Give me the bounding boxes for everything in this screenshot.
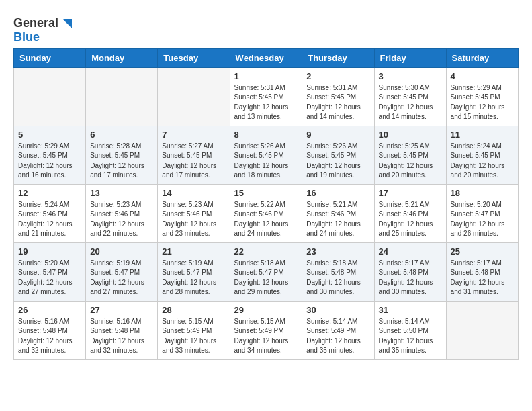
day-info: Sunrise: 5:26 AM Sunset: 5:45 PM Dayligh…: [234, 142, 298, 181]
day-info: Sunrise: 5:25 AM Sunset: 5:45 PM Dayligh…: [379, 142, 442, 181]
day-info: Sunrise: 5:18 AM Sunset: 5:47 PM Dayligh…: [234, 259, 298, 298]
day-info: Sunrise: 5:22 AM Sunset: 5:46 PM Dayligh…: [234, 200, 298, 239]
calendar-week-row: 5Sunrise: 5:29 AM Sunset: 5:45 PM Daylig…: [14, 126, 519, 184]
day-number: 24: [379, 246, 442, 257]
day-number: 17: [379, 188, 442, 198]
calendar-cell: 26Sunrise: 5:16 AM Sunset: 5:48 PM Dayli…: [14, 301, 86, 359]
day-number: 9: [306, 130, 369, 140]
day-number: 3: [379, 71, 442, 81]
calendar-cell: 14Sunrise: 5:23 AM Sunset: 5:46 PM Dayli…: [158, 184, 230, 242]
logo: General Blue: [13, 16, 75, 44]
calendar-cell: 12Sunrise: 5:24 AM Sunset: 5:46 PM Dayli…: [14, 184, 86, 242]
day-info: Sunrise: 5:29 AM Sunset: 5:45 PM Dayligh…: [451, 83, 514, 122]
calendar-cell: 24Sunrise: 5:17 AM Sunset: 5:48 PM Dayli…: [374, 242, 446, 301]
day-number: 22: [234, 246, 298, 257]
day-number: 11: [451, 130, 514, 140]
day-number: 8: [234, 130, 298, 140]
day-number: 13: [90, 188, 153, 198]
day-info: Sunrise: 5:24 AM Sunset: 5:46 PM Dayligh…: [18, 200, 81, 239]
day-number: 23: [306, 246, 369, 257]
day-info: Sunrise: 5:20 AM Sunset: 5:47 PM Dayligh…: [451, 200, 514, 239]
col-header-sunday: Sunday: [14, 48, 86, 67]
day-number: 1: [234, 71, 298, 81]
day-info: Sunrise: 5:31 AM Sunset: 5:45 PM Dayligh…: [306, 83, 369, 122]
day-number: 29: [234, 305, 298, 315]
day-info: Sunrise: 5:26 AM Sunset: 5:45 PM Dayligh…: [306, 142, 369, 181]
day-info: Sunrise: 5:21 AM Sunset: 5:46 PM Dayligh…: [379, 200, 442, 239]
day-info: Sunrise: 5:23 AM Sunset: 5:46 PM Dayligh…: [90, 200, 153, 239]
calendar-cell: 2Sunrise: 5:31 AM Sunset: 5:45 PM Daylig…: [302, 67, 374, 126]
day-number: 28: [162, 305, 225, 315]
day-info: Sunrise: 5:28 AM Sunset: 5:45 PM Dayligh…: [90, 142, 153, 181]
calendar-cell: 23Sunrise: 5:18 AM Sunset: 5:48 PM Dayli…: [302, 242, 374, 301]
day-info: Sunrise: 5:17 AM Sunset: 5:48 PM Dayligh…: [451, 259, 514, 298]
calendar-cell: 15Sunrise: 5:22 AM Sunset: 5:46 PM Dayli…: [230, 184, 302, 242]
day-info: Sunrise: 5:30 AM Sunset: 5:45 PM Dayligh…: [379, 83, 442, 122]
day-number: 20: [90, 246, 153, 257]
calendar-cell: 7Sunrise: 5:27 AM Sunset: 5:45 PM Daylig…: [158, 126, 230, 184]
calendar-cell: 6Sunrise: 5:28 AM Sunset: 5:45 PM Daylig…: [86, 126, 158, 184]
day-info: Sunrise: 5:14 AM Sunset: 5:50 PM Dayligh…: [379, 317, 442, 356]
day-number: 25: [451, 246, 514, 257]
day-info: Sunrise: 5:18 AM Sunset: 5:48 PM Dayligh…: [306, 259, 369, 298]
calendar-cell: [158, 67, 230, 126]
day-number: 27: [90, 305, 153, 315]
day-info: Sunrise: 5:27 AM Sunset: 5:45 PM Dayligh…: [162, 142, 225, 181]
calendar-week-row: 1Sunrise: 5:31 AM Sunset: 5:45 PM Daylig…: [14, 67, 519, 126]
day-number: 18: [451, 188, 514, 198]
calendar-cell: 16Sunrise: 5:21 AM Sunset: 5:46 PM Dayli…: [302, 184, 374, 242]
day-number: 12: [18, 188, 81, 198]
calendar-cell: 22Sunrise: 5:18 AM Sunset: 5:47 PM Dayli…: [230, 242, 302, 301]
col-header-tuesday: Tuesday: [158, 48, 230, 67]
calendar-table: SundayMondayTuesdayWednesdayThursdayFrid…: [13, 48, 519, 360]
col-header-saturday: Saturday: [446, 48, 518, 67]
day-number: 21: [162, 246, 225, 257]
calendar-cell: 30Sunrise: 5:14 AM Sunset: 5:49 PM Dayli…: [302, 301, 374, 359]
calendar-cell: 13Sunrise: 5:23 AM Sunset: 5:46 PM Dayli…: [86, 184, 158, 242]
calendar-week-row: 19Sunrise: 5:20 AM Sunset: 5:47 PM Dayli…: [14, 242, 519, 301]
day-info: Sunrise: 5:20 AM Sunset: 5:47 PM Dayligh…: [18, 259, 81, 298]
logo-text-blue: Blue: [13, 30, 40, 44]
col-header-thursday: Thursday: [302, 48, 374, 67]
day-info: Sunrise: 5:24 AM Sunset: 5:45 PM Dayligh…: [451, 142, 514, 181]
calendar-cell: 18Sunrise: 5:20 AM Sunset: 5:47 PM Dayli…: [446, 184, 518, 242]
svg-marker-0: [62, 19, 72, 28]
calendar-cell: 20Sunrise: 5:19 AM Sunset: 5:47 PM Dayli…: [86, 242, 158, 301]
calendar-week-row: 26Sunrise: 5:16 AM Sunset: 5:48 PM Dayli…: [14, 301, 519, 359]
calendar-cell: 25Sunrise: 5:17 AM Sunset: 5:48 PM Dayli…: [446, 242, 518, 301]
calendar-cell: 31Sunrise: 5:14 AM Sunset: 5:50 PM Dayli…: [374, 301, 446, 359]
day-info: Sunrise: 5:19 AM Sunset: 5:47 PM Dayligh…: [162, 259, 225, 298]
calendar-cell: [14, 67, 86, 126]
col-header-friday: Friday: [374, 48, 446, 67]
day-info: Sunrise: 5:16 AM Sunset: 5:48 PM Dayligh…: [90, 317, 153, 356]
day-info: Sunrise: 5:29 AM Sunset: 5:45 PM Dayligh…: [18, 142, 81, 181]
day-info: Sunrise: 5:19 AM Sunset: 5:47 PM Dayligh…: [90, 259, 153, 298]
day-info: Sunrise: 5:21 AM Sunset: 5:46 PM Dayligh…: [306, 200, 369, 239]
day-number: 4: [451, 71, 514, 81]
logo-text-general: General: [13, 17, 58, 30]
col-header-monday: Monday: [86, 48, 158, 67]
day-number: 6: [90, 130, 153, 140]
day-info: Sunrise: 5:14 AM Sunset: 5:49 PM Dayligh…: [306, 317, 369, 356]
day-number: 19: [18, 246, 81, 257]
calendar-cell: 19Sunrise: 5:20 AM Sunset: 5:47 PM Dayli…: [14, 242, 86, 301]
calendar-cell: 3Sunrise: 5:30 AM Sunset: 5:45 PM Daylig…: [374, 67, 446, 126]
calendar-cell: 21Sunrise: 5:19 AM Sunset: 5:47 PM Dayli…: [158, 242, 230, 301]
calendar-header-row: SundayMondayTuesdayWednesdayThursdayFrid…: [14, 48, 519, 67]
day-number: 26: [18, 305, 81, 315]
calendar-week-row: 12Sunrise: 5:24 AM Sunset: 5:46 PM Dayli…: [14, 184, 519, 242]
calendar-cell: 17Sunrise: 5:21 AM Sunset: 5:46 PM Dayli…: [374, 184, 446, 242]
calendar-cell: 4Sunrise: 5:29 AM Sunset: 5:45 PM Daylig…: [446, 67, 518, 126]
calendar-cell: 9Sunrise: 5:26 AM Sunset: 5:45 PM Daylig…: [302, 126, 374, 184]
day-number: 10: [379, 130, 442, 140]
logo-icon: [60, 16, 75, 31]
calendar-cell: 11Sunrise: 5:24 AM Sunset: 5:45 PM Dayli…: [446, 126, 518, 184]
page-header: General Blue: [13, 13, 519, 44]
calendar-cell: 1Sunrise: 5:31 AM Sunset: 5:45 PM Daylig…: [230, 67, 302, 126]
day-info: Sunrise: 5:16 AM Sunset: 5:48 PM Dayligh…: [18, 317, 81, 356]
calendar-cell: 10Sunrise: 5:25 AM Sunset: 5:45 PM Dayli…: [374, 126, 446, 184]
day-number: 2: [306, 71, 369, 81]
day-number: 16: [306, 188, 369, 198]
day-number: 31: [379, 305, 442, 315]
calendar-cell: 27Sunrise: 5:16 AM Sunset: 5:48 PM Dayli…: [86, 301, 158, 359]
